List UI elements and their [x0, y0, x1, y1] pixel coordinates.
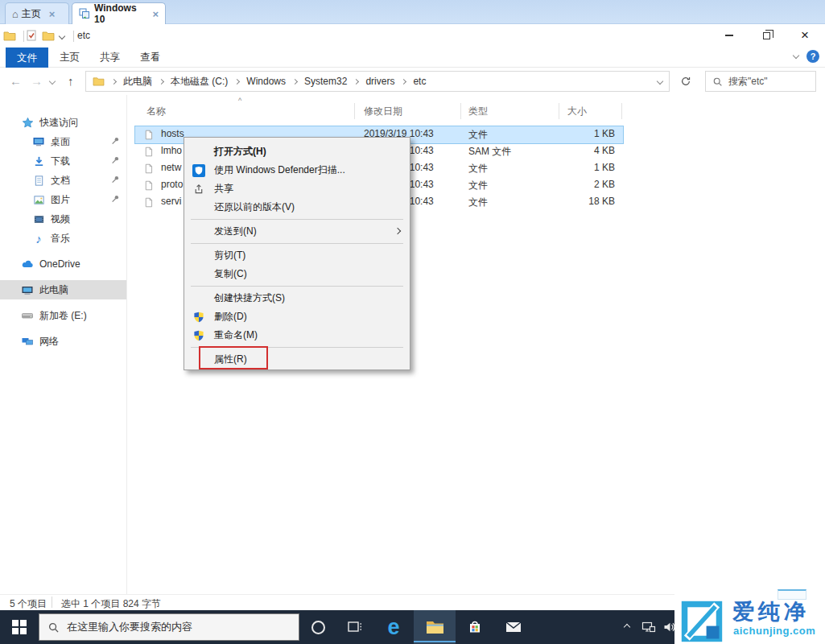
sidebar-item-videos[interactable]: 视频 — [0, 209, 126, 229]
sidebar-label: 图片 — [51, 193, 70, 207]
cortana-button[interactable] — [299, 610, 336, 644]
sidebar-item-documents[interactable]: 文档 — [0, 171, 126, 190]
download-icon — [32, 155, 45, 167]
chevron-up-icon — [624, 624, 630, 630]
window-title: etc — [77, 30, 90, 41]
sidebar-label: 文档 — [51, 174, 70, 188]
ribbon-expand-chevron-icon[interactable] — [793, 52, 799, 59]
qat-new-folder-icon[interactable] — [42, 30, 55, 44]
column-resize-handle[interactable] — [460, 103, 461, 119]
breadcrumb-item[interactable]: drivers — [364, 76, 396, 87]
menu-item-restore-versions[interactable]: 还原以前的版本(V) — [184, 198, 410, 217]
sidebar-item-music[interactable]: ♪ 音乐 — [0, 229, 126, 248]
menu-item-send-to[interactable]: 发送到(N) — [184, 222, 410, 241]
tray-expand-button[interactable] — [617, 610, 637, 644]
column-resize-handle[interactable] — [559, 103, 559, 119]
sidebar-item-new-volume-e[interactable]: 新加卷 (E:) — [0, 306, 126, 325]
sidebar-item-onedrive[interactable]: OneDrive — [0, 254, 126, 274]
selection-info: 选中 1 个项目 824 字节 — [61, 597, 161, 611]
qat-properties-icon[interactable] — [26, 30, 37, 44]
sidebar-item-pictures[interactable]: 图片 — [0, 190, 126, 209]
recent-locations-chevron-icon[interactable] — [49, 78, 56, 85]
tab-home[interactable]: ⌂ 主页 × — [5, 2, 69, 24]
close-button[interactable]: × — [787, 24, 823, 47]
breadcrumb-item[interactable]: System32 — [303, 76, 349, 87]
store-button[interactable] — [456, 610, 494, 644]
close-tab-icon[interactable]: × — [49, 8, 56, 20]
cortana-icon — [311, 621, 325, 634]
ribbon-tab-file[interactable]: 文件 — [6, 47, 48, 69]
up-icon[interactable]: ↑ — [68, 74, 74, 88]
refresh-button[interactable] — [674, 71, 697, 92]
network-tray-button[interactable] — [637, 610, 660, 644]
minimize-icon — [725, 35, 733, 36]
browser-tab-bar: ⌂ 主页 × Windows 10 × — [0, 0, 825, 24]
menu-label: 使用 Windows Defender扫描... — [214, 163, 345, 177]
file-name: lmho — [161, 145, 182, 156]
defender-shield-icon — [192, 163, 205, 177]
forward-icon[interactable]: → — [31, 74, 43, 88]
close-tab-icon[interactable]: × — [152, 8, 159, 20]
back-icon[interactable]: ← — [10, 74, 22, 88]
qat-folder-icon[interactable] — [3, 30, 16, 44]
menu-item-create-shortcut[interactable]: 创建快捷方式(S) — [184, 289, 410, 308]
column-header-size[interactable]: 大小 — [567, 105, 587, 118]
menu-item-open-with[interactable]: 打开方式(H) — [184, 142, 410, 161]
breadcrumb-separator-icon — [159, 78, 164, 84]
sidebar-label: 此电脑 — [39, 283, 68, 297]
breadcrumb-item[interactable]: Windows — [245, 76, 287, 87]
pin-icon — [111, 175, 120, 186]
menu-item-rename[interactable]: 重命名(M) — [184, 326, 410, 345]
file-name: servi — [161, 196, 181, 207]
navigation-pane: 快速访问 桌面 下载 文档 图片 视频 ♪ 音乐 — [0, 95, 126, 594]
column-header-name[interactable]: 名称 — [146, 105, 166, 118]
taskbar-search-input[interactable]: 在这里输入你要搜索的内容 — [39, 613, 299, 641]
file-size: 18 KB — [551, 196, 615, 207]
menu-item-cut[interactable]: 剪切(T) — [184, 246, 410, 265]
menu-label: 共享 — [214, 182, 233, 196]
breadcrumb[interactable]: 此电脑 本地磁盘 (C:) Windows System32 drivers e… — [85, 71, 670, 92]
sidebar-item-desktop[interactable]: 桌面 — [0, 132, 126, 151]
menu-item-copy[interactable]: 复制(C) — [184, 265, 410, 283]
divider — [126, 95, 127, 594]
sidebar-item-this-pc[interactable]: 此电脑 — [0, 280, 126, 299]
menu-label: 剪切(T) — [214, 249, 245, 262]
file-type: 文件 — [468, 196, 488, 209]
refresh-icon — [680, 76, 691, 87]
edge-button[interactable]: e — [373, 610, 414, 644]
column-header-type[interactable]: 类型 — [468, 105, 488, 118]
ribbon-tab-view[interactable]: 查看 — [130, 47, 170, 68]
column-header-date[interactable]: 修改日期 — [364, 105, 402, 118]
share-icon — [192, 182, 205, 196]
file-explorer-button[interactable] — [414, 610, 456, 644]
ribbon-tab-share[interactable]: 共享 — [90, 47, 130, 68]
sidebar-item-downloads[interactable]: 下载 — [0, 151, 126, 171]
breadcrumb-item[interactable]: 此电脑 — [122, 75, 154, 89]
column-resize-handle[interactable] — [354, 103, 355, 119]
menu-label: 删除(D) — [214, 310, 247, 324]
sidebar-item-quick-access[interactable]: 快速访问 — [0, 113, 126, 132]
tab-windows10[interactable]: Windows 10 × — [72, 2, 166, 24]
menu-item-defender-scan[interactable]: 使用 Windows Defender扫描... — [184, 161, 410, 180]
divider — [73, 31, 74, 42]
restore-button[interactable] — [749, 24, 784, 47]
menu-item-share[interactable]: 共享 — [184, 180, 410, 198]
task-view-button[interactable] — [336, 610, 373, 644]
help-button[interactable]: ? — [806, 50, 819, 63]
start-button[interactable] — [0, 610, 39, 644]
search-placeholder: 搜索"etc" — [728, 75, 768, 89]
qat-customize-chevron-icon[interactable] — [59, 33, 65, 39]
breadcrumb-item[interactable]: etc — [411, 76, 427, 87]
sidebar-item-network[interactable]: 网络 — [0, 332, 126, 351]
file-size: 1 KB — [551, 128, 615, 139]
column-resize-handle[interactable] — [621, 103, 622, 119]
breadcrumb-item[interactable]: 本地磁盘 (C:) — [169, 75, 229, 89]
search-input[interactable]: 搜索"etc" — [705, 71, 816, 92]
minimize-button[interactable] — [712, 24, 747, 47]
column-headers: ^ 名称 修改日期 类型 大小 — [133, 101, 632, 121]
menu-item-delete[interactable]: 删除(D) — [184, 308, 410, 326]
mail-button[interactable] — [494, 610, 533, 644]
ribbon-tab-home[interactable]: 主页 — [50, 47, 89, 68]
file-name: hosts — [161, 128, 184, 139]
address-dropdown-chevron-icon[interactable] — [657, 78, 663, 85]
